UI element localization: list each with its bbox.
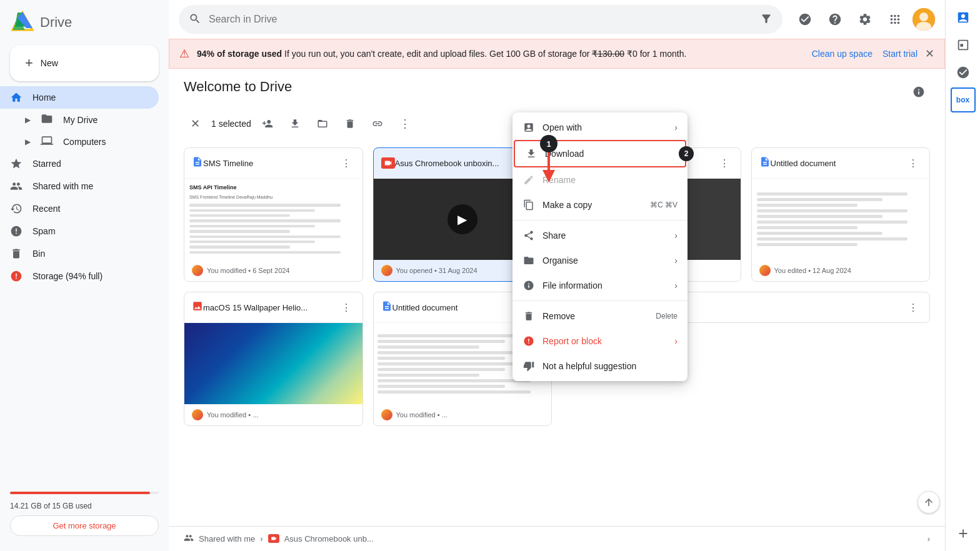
clean-up-space-link[interactable]: Clean up space <box>812 49 872 59</box>
menu-item-share[interactable]: Share › <box>512 223 688 248</box>
sidebar-item-bin[interactable]: Bin <box>0 242 159 265</box>
move-button[interactable] <box>311 112 334 135</box>
banner-bold-text: 94% of storage used <box>197 49 282 59</box>
menu-item-organise[interactable]: Organise › <box>512 248 688 273</box>
add-person-button[interactable] <box>256 112 279 135</box>
sidebar-item-home[interactable]: Home <box>0 86 159 109</box>
sidebar-item-starred[interactable]: Starred <box>0 152 159 175</box>
search-input[interactable] <box>209 14 752 25</box>
get-more-storage-button[interactable]: Get more storage <box>10 515 159 536</box>
search-bar[interactable] <box>179 5 782 34</box>
owner-avatar <box>192 265 203 276</box>
arrow-icon-file-info: › <box>674 280 678 290</box>
storage-fill <box>10 492 150 494</box>
file-card-untitled[interactable]: Untitled document ⋮ You <box>751 147 931 282</box>
file-more-button-audio[interactable]: ⋮ <box>716 154 733 172</box>
file-more-button-sms[interactable]: ⋮ <box>338 154 355 172</box>
file-preview-sms: SMS API Timeline SMS Frontend Timeline D… <box>184 179 362 260</box>
sidebar-item-recent[interactable]: Recent <box>0 197 159 220</box>
docs-icon-btn[interactable] <box>951 5 976 30</box>
file-footer-untitled2: You modified • ... <box>374 404 552 425</box>
sidebar-item-spam[interactable]: Spam <box>0 220 159 242</box>
owner-avatar-untitled2 <box>381 409 392 420</box>
menu-label-report: Report or block <box>542 336 602 346</box>
svg-point-10 <box>919 12 928 21</box>
menu-item-file-info[interactable]: File information › <box>512 273 688 298</box>
sidebar-home-label: Home <box>32 92 56 102</box>
step-badge-2: 2 <box>679 146 694 161</box>
menu-item-organise-left: Organise <box>522 254 578 267</box>
menu-label-remove: Remove <box>542 311 575 321</box>
file-footer-untitled: You edited • 12 Aug 2024 <box>752 260 930 281</box>
settings-icon-btn[interactable] <box>852 7 878 32</box>
breadcrumb-shared-icon <box>184 533 194 545</box>
banner-close-button[interactable]: ✕ <box>925 47 934 61</box>
file-more-button-untitled[interactable]: ⋮ <box>904 154 922 172</box>
tasks-icon-btn[interactable] <box>951 60 976 85</box>
sidebar: Drive + New Home ▶ My Drive ▶ Computers … <box>0 0 169 551</box>
bin-icon <box>10 247 22 260</box>
arrow-icon-organise: › <box>674 256 678 266</box>
copy-icon <box>522 199 535 211</box>
file-name-untitled2: Untitled document <box>392 303 527 312</box>
menu-item-copy-left: Make a copy <box>522 199 592 211</box>
more-options-button[interactable]: ⋮ <box>394 112 416 135</box>
file-more-button-macos[interactable]: ⋮ <box>338 299 355 316</box>
menu-item-report[interactable]: Report or block › <box>512 329 688 354</box>
menu-label-open-with: Open with <box>542 122 582 132</box>
sheets-icon-btn[interactable] <box>951 32 976 57</box>
file-card-header-macos: macOS 15 Wallpaper Helio... ⋮ <box>184 292 362 323</box>
scroll-to-top-button[interactable] <box>918 491 940 514</box>
deselect-button[interactable]: ✕ <box>184 112 206 135</box>
link-button[interactable] <box>366 112 389 135</box>
report-icon <box>522 335 535 347</box>
delete-button[interactable] <box>339 112 361 135</box>
sidebar-item-computers[interactable]: ▶ Computers <box>0 131 159 152</box>
sidebar-computers-label: Computers <box>63 137 106 147</box>
page-title: Welcome to Drive <box>184 79 292 95</box>
start-trial-link[interactable]: Start trial <box>882 49 918 59</box>
content-area: Welcome to Drive ✕ 1 selected <box>169 69 945 526</box>
help-icon-btn[interactable] <box>822 7 848 32</box>
filter-icon[interactable] <box>760 12 772 27</box>
menu-item-copy[interactable]: Make a copy ⌘C ⌘V <box>512 192 688 217</box>
file-card-macos[interactable]: macOS 15 Wallpaper Helio... ⋮ You modifi… <box>184 292 363 426</box>
star-icon <box>10 157 22 170</box>
menu-item-rename[interactable]: Rename <box>512 167 688 192</box>
add-icon-btn[interactable] <box>951 521 976 546</box>
file-more-button-sunrise[interactable]: ⋮ <box>904 299 922 316</box>
menu-item-not-helpful[interactable]: Not a helpful suggestion <box>512 354 688 379</box>
menu-item-open-with[interactable]: Open with › <box>512 115 688 140</box>
banner-message: If you run out, you can't create, edit a… <box>284 49 592 59</box>
check-circle-icon-btn[interactable] <box>792 7 818 32</box>
context-menu: Open with › Download 2 <box>512 112 688 381</box>
sidebar-item-storage[interactable]: Storage (94% full) <box>0 265 159 287</box>
copy-shortcut: ⌘C ⌘V <box>650 201 678 209</box>
sidebar-bin-label: Bin <box>32 249 45 259</box>
apps-icon-btn[interactable] <box>882 7 908 32</box>
play-button[interactable]: ▶ <box>448 204 478 234</box>
get-storage-label: Get more storage <box>52 521 116 530</box>
storage-icon <box>10 270 22 282</box>
breadcrumb-expand-icon[interactable]: › <box>928 534 930 544</box>
menu-label-share: Share <box>542 231 566 241</box>
breadcrumb-bar: Shared with me › Asus Chromebook unb... … <box>169 526 945 551</box>
breadcrumb-arrow: › <box>260 534 262 544</box>
breadcrumb-source[interactable]: Shared with me <box>199 534 255 544</box>
user-avatar[interactable] <box>912 8 935 31</box>
sidebar-item-shared[interactable]: Shared with me <box>0 175 159 197</box>
box-icon-btn[interactable]: box <box>951 87 976 112</box>
new-button[interactable]: + New <box>10 45 159 81</box>
banner-price-strike: ₹130.00 <box>592 49 624 59</box>
file-modified-sms: You modified • 6 Sept 2024 <box>207 267 290 274</box>
info-icon-menu <box>522 279 535 292</box>
file-footer-sms: You modified • 6 Sept 2024 <box>184 260 362 281</box>
menu-item-open-with-left: Open with <box>522 121 582 134</box>
file-card-sms-timeline[interactable]: SMS Timeline ⋮ SMS API Timeline SMS Fron… <box>184 147 363 282</box>
menu-item-remove[interactable]: Remove Delete <box>512 304 688 329</box>
storage-used-text: 14.21 GB of 15 GB used <box>10 502 159 510</box>
download-toolbar-button[interactable] <box>284 112 306 135</box>
sidebar-item-my-drive[interactable]: ▶ My Drive <box>0 109 159 131</box>
info-button[interactable] <box>908 81 930 103</box>
owner-avatar-asus <box>381 265 392 276</box>
